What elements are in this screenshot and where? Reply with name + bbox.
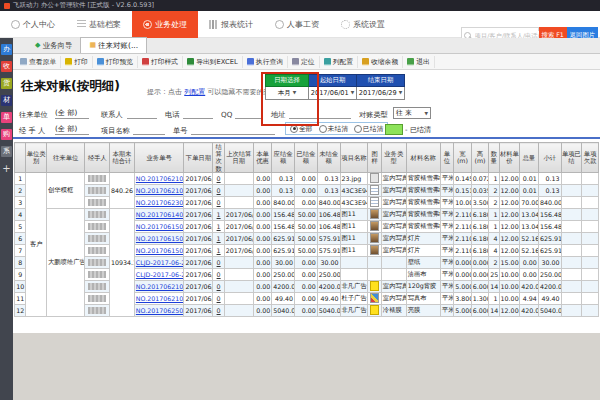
thumbnail-image[interactable]: [370, 281, 379, 291]
status-radio-2[interactable]: 已结清: [354, 124, 383, 134]
column-header[interactable]: 经手人: [85, 143, 110, 173]
status-radio-1[interactable]: 未结清: [319, 124, 348, 134]
settle-count-link[interactable]: 0: [217, 271, 221, 278]
nav-item-4[interactable]: 人事工资: [264, 11, 330, 38]
column-header[interactable]: 业务类型: [381, 143, 406, 173]
column-header[interactable]: 数量: [489, 143, 499, 173]
column-header[interactable]: 高(m): [471, 143, 489, 173]
toolbar-button-7[interactable]: 列配置: [320, 56, 358, 68]
thumbnail-image[interactable]: [370, 209, 379, 219]
start-date-select[interactable]: 2017/06/01▼: [309, 87, 357, 100]
column-header[interactable]: 宽(m): [454, 143, 472, 173]
thumbnail-image[interactable]: [370, 185, 379, 195]
date-range-select[interactable]: 本月▼: [265, 87, 309, 100]
settle-count-link[interactable]: 1: [217, 247, 221, 254]
nav-item-0[interactable]: 个人中心: [0, 11, 66, 38]
project-filter-input[interactable]: [133, 124, 165, 135]
sidebar-add-button[interactable]: +: [0, 163, 13, 174]
doc-no-link[interactable]: NO.201706210003: [136, 187, 184, 194]
settle-count-link[interactable]: 0: [217, 295, 221, 302]
doc-no-link[interactable]: NO.201706150001: [136, 223, 184, 230]
nav-item-5[interactable]: 系统设置: [330, 11, 396, 38]
contact-filter-input[interactable]: [127, 108, 157, 119]
column-header[interactable]: 小计: [538, 143, 561, 173]
sidebar-shortcut-5[interactable]: 购: [1, 129, 12, 140]
toolbar-button-9[interactable]: 退出: [403, 56, 435, 68]
docno-filter-input[interactable]: [191, 124, 275, 135]
column-header[interactable]: 单位类别: [26, 143, 47, 173]
nav-item-2[interactable]: 业务处理: [132, 11, 198, 38]
thumbnail-image[interactable]: [370, 305, 379, 315]
toolbar-button-4[interactable]: 导出到EXCEL: [183, 56, 243, 68]
doc-no-link[interactable]: NO.201706150002: [136, 235, 184, 242]
sidebar-shortcut-4[interactable]: 单: [1, 112, 12, 123]
nav-item-3[interactable]: 报表统计: [198, 11, 264, 38]
settle-count-link[interactable]: 0: [217, 187, 221, 194]
column-header[interactable]: 本期未结合计: [110, 143, 135, 173]
nav-item-1[interactable]: 基础档案: [66, 11, 132, 38]
doc-no-link[interactable]: NO.201706210001: [136, 283, 184, 290]
toolbar-button-8[interactable]: 收缩余额: [358, 56, 403, 68]
partner-filter-value[interactable]: (全 部): [55, 108, 89, 119]
doc-no-link[interactable]: NO.201706230001: [136, 199, 184, 206]
settle-count-link[interactable]: 0: [217, 307, 221, 314]
thumbnail-image[interactable]: [370, 221, 379, 231]
column-header[interactable]: 应结金额: [272, 143, 295, 173]
doc-no-link[interactable]: CLJD-2017-06-2: [136, 259, 184, 266]
toolbar-button-0[interactable]: 查看原单: [16, 56, 61, 68]
column-header[interactable]: 未结金额: [317, 143, 340, 173]
sidebar-shortcut-2[interactable]: 货: [1, 78, 12, 89]
doc-no-link[interactable]: CLJD-2017-06-2: [136, 271, 184, 278]
sidebar-shortcut-3[interactable]: 材: [1, 95, 12, 106]
column-header[interactable]: 往来单位: [47, 143, 85, 173]
toolbar-button-1[interactable]: 打印: [61, 56, 93, 68]
column-header[interactable]: 项目名称: [340, 143, 368, 173]
column-config-link[interactable]: 列配置: [184, 88, 205, 96]
settle-count-link[interactable]: 1: [217, 223, 221, 230]
column-header[interactable]: 本单优惠: [253, 143, 272, 173]
column-header[interactable]: 下单日期: [184, 143, 213, 173]
column-header[interactable]: 单项已结: [561, 143, 582, 173]
toolbar-button-5[interactable]: 执行查询: [243, 56, 288, 68]
handler-filter-value[interactable]: (全 部): [55, 124, 89, 135]
settle-count-link[interactable]: 0: [217, 283, 221, 290]
phone-filter-input[interactable]: [183, 108, 213, 119]
settle-count-link[interactable]: 0: [217, 175, 221, 182]
qq-filter-input[interactable]: [235, 108, 263, 119]
settle-count-link[interactable]: 1: [217, 235, 221, 242]
sidebar-shortcut-6[interactable]: 系: [1, 146, 12, 157]
settle-count-link[interactable]: 0: [217, 259, 221, 266]
toolbar-button-6[interactable]: 定位: [288, 56, 320, 68]
doc-no-link[interactable]: NO.201706140001: [136, 211, 184, 218]
end-date-select[interactable]: 2017/06/29▼: [357, 87, 405, 100]
doc-no-link[interactable]: NO.201706210006: [136, 295, 184, 302]
settle-count-link[interactable]: 1: [217, 211, 221, 218]
thumbnail-image[interactable]: [370, 197, 379, 207]
address-filter-input[interactable]: [289, 108, 351, 119]
thumbnail-image[interactable]: [370, 293, 379, 303]
tab-0[interactable]: ◆业务向导: [27, 38, 80, 53]
toolbar-button-2[interactable]: 打印预览: [93, 56, 138, 68]
sidebar-shortcut-1[interactable]: 收: [1, 61, 12, 72]
column-header[interactable]: 图样: [368, 143, 381, 173]
sidebar-shortcut-0[interactable]: 办: [1, 44, 12, 55]
thumbnail-image[interactable]: [370, 173, 379, 183]
thumbnail-image[interactable]: [370, 233, 379, 243]
status-radio-0[interactable]: 全部: [290, 124, 313, 134]
doc-no-link[interactable]: NO.201706210002: [136, 175, 184, 182]
column-header[interactable]: 单项欠款: [582, 143, 599, 173]
column-header[interactable]: 总量: [520, 143, 539, 173]
column-header[interactable]: 已结金额: [295, 143, 318, 173]
column-header[interactable]: 结算次数: [213, 143, 224, 173]
recon-type-select[interactable]: 往 来▼: [393, 107, 431, 119]
doc-no-link[interactable]: NO.201706150012: [136, 247, 184, 254]
column-header[interactable]: [15, 143, 26, 173]
tab-1[interactable]: ▦往来对账(...: [80, 37, 147, 53]
column-header[interactable]: 材料名称: [406, 143, 440, 173]
doc-no-link[interactable]: NO.201706250001: [136, 307, 184, 314]
toolbar-button-3[interactable]: 打印样式: [138, 56, 183, 68]
column-header[interactable]: 业务单号: [134, 143, 184, 173]
column-header[interactable]: 单位: [440, 143, 453, 173]
settle-count-link[interactable]: 0: [217, 199, 221, 206]
column-header[interactable]: 上次结算日期: [224, 143, 253, 173]
